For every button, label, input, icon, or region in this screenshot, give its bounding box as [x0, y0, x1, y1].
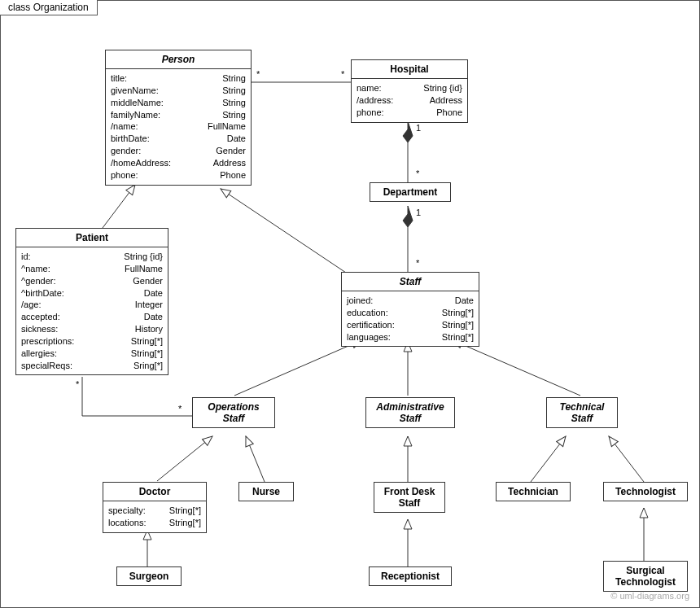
- svg-line-4: [221, 189, 351, 276]
- class-body: joined:Dateeducation:String[*]certificat…: [342, 291, 479, 346]
- svg-line-9: [246, 436, 265, 482]
- class-receptionist: Receptionist: [369, 566, 452, 586]
- class-title: Surgical Technologist: [604, 562, 687, 591]
- class-title: Front Desk Staff: [374, 483, 444, 512]
- mult-dept-staff-t: 1: [416, 208, 421, 217]
- mult-pat-ops-r: *: [178, 404, 182, 413]
- class-person: Person title:StringgivenName:Stringmiddl…: [105, 50, 252, 186]
- class-title: Administrative Staff: [366, 398, 454, 427]
- class-title: Department: [370, 183, 450, 201]
- svg-line-3: [103, 185, 135, 228]
- class-title: Receptionist: [370, 567, 451, 585]
- class-title: Operations Staff: [193, 398, 274, 427]
- class-title: Doctor: [103, 483, 206, 501]
- class-nurse: Nurse: [238, 482, 294, 501]
- class-surgical-technologist: Surgical Technologist: [603, 561, 688, 592]
- class-title: Hospital: [352, 60, 467, 78]
- mult-pat-ops-l: *: [76, 379, 79, 389]
- svg-line-11: [531, 436, 566, 482]
- mult-dept-staff-b: *: [416, 258, 419, 268]
- class-staff: Staff joined:Dateeducation:String[*]cert…: [341, 272, 479, 347]
- frame-title: class Organization: [0, 0, 98, 15]
- class-title: Nurse: [239, 483, 293, 501]
- class-doctor: Doctor specialty:String[*]locations:Stri…: [103, 482, 207, 533]
- svg-line-7: [453, 340, 580, 396]
- mult-person-hospital-r: *: [341, 69, 344, 79]
- class-hospital: Hospital name:String {id}/address:Addres…: [351, 59, 468, 123]
- svg-line-8: [157, 436, 212, 481]
- class-administrative-staff: Administrative Staff: [365, 397, 455, 428]
- watermark: © uml-diagrams.org: [610, 591, 689, 601]
- class-department: Department: [370, 182, 451, 202]
- class-body: name:String {id}/address:Addressphone:Ph…: [352, 79, 467, 122]
- class-front-desk-staff: Front Desk Staff: [374, 482, 445, 513]
- class-technologist: Technologist: [603, 482, 688, 501]
- class-title: Person: [106, 50, 251, 68]
- class-technician: Technician: [496, 482, 571, 501]
- mult-person-hospital-l: *: [256, 69, 260, 79]
- class-title: Technician: [497, 483, 570, 501]
- class-title: Patient: [16, 229, 168, 247]
- class-body: title:StringgivenName:StringmiddleName:S…: [106, 69, 251, 185]
- svg-line-12: [609, 436, 644, 482]
- class-title: Technical Staff: [547, 398, 617, 427]
- uml-frame: class Organization: [0, 0, 700, 608]
- class-title: Surgeon: [117, 567, 181, 585]
- class-body: id:String {id}^name:FullName^gender:Gend…: [16, 247, 168, 374]
- mult-hosp-dept-t: 1: [416, 123, 421, 133]
- class-title: Technologist: [604, 483, 687, 501]
- class-patient: Patient id:String {id}^name:FullName^gen…: [15, 228, 168, 375]
- svg-line-5: [234, 340, 361, 396]
- class-title: Staff: [342, 273, 479, 291]
- mult-hosp-dept-b: *: [416, 168, 419, 178]
- class-technical-staff: Technical Staff: [546, 397, 618, 428]
- class-operations-staff: Operations Staff: [192, 397, 275, 428]
- class-body: specialty:String[*]locations:String[*]: [103, 501, 206, 532]
- class-surgeon: Surgeon: [116, 566, 182, 586]
